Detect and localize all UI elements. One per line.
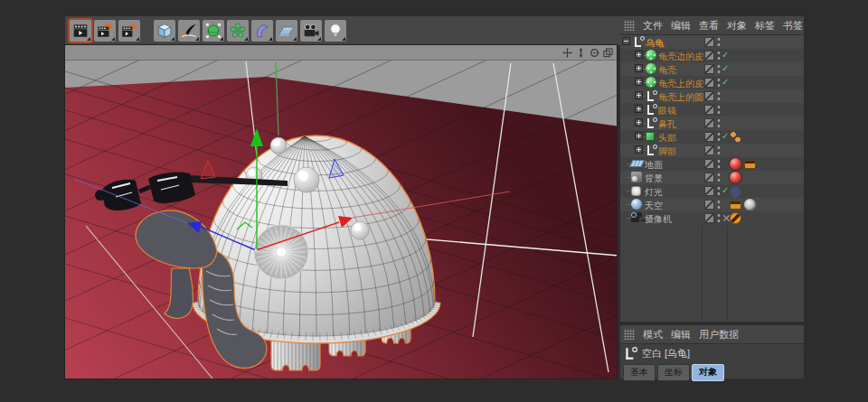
object-row-glasses[interactable]: 眼镜 — [620, 103, 804, 117]
object-row-shell[interactable]: 龟壳✓ — [620, 62, 804, 76]
expander-icon[interactable] — [635, 118, 643, 126]
panel-grip-icon[interactable] — [624, 329, 635, 340]
object-row-sky[interactable]: 天空 — [620, 198, 804, 211]
expander-icon[interactable] — [635, 78, 643, 86]
render-settings-button[interactable] — [118, 20, 140, 42]
panel-grip-icon[interactable] — [624, 20, 635, 31]
visibility-dots-icon[interactable] — [717, 186, 721, 196]
attribute-manager-menu-item[interactable]: 编辑 — [671, 328, 691, 341]
object-row-nostrils[interactable]: 鼻孔 — [620, 117, 804, 130]
compositing-tag-icon[interactable] — [730, 201, 741, 210]
enable-toggle-icon[interactable] — [704, 132, 714, 142]
visibility-dots-icon[interactable] — [717, 78, 721, 88]
enabled-check-icon[interactable]: ✓ — [722, 63, 729, 73]
visibility-dots-icon[interactable] — [717, 173, 721, 182]
enable-toggle-icon[interactable] — [704, 145, 714, 155]
dolly-icon[interactable] — [575, 47, 586, 58]
object-row-head[interactable]: 头部✓ — [620, 130, 804, 144]
enable-toggle-icon[interactable] — [704, 51, 714, 61]
visibility-dots-icon[interactable] — [717, 200, 721, 210]
expander-icon[interactable] — [635, 132, 643, 140]
compositing-tag-icon[interactable] — [744, 160, 756, 169]
object-manager-menu-item[interactable]: 对象 — [727, 19, 747, 33]
expander-icon[interactable] — [635, 64, 643, 72]
visibility-dots-icon[interactable] — [717, 145, 721, 155]
render-view-button[interactable] — [70, 20, 91, 42]
object-label[interactable]: 灯光 — [645, 186, 663, 199]
tab-坐标[interactable]: 坐标 — [657, 364, 690, 381]
object-row-background[interactable]: 背景 — [620, 171, 804, 184]
visibility-dots-icon[interactable] — [717, 132, 721, 142]
material-red-tag-icon[interactable] — [730, 172, 741, 183]
object-label[interactable]: 乌龟 — [646, 37, 664, 50]
object-row-shell-top-belt[interactable]: 龟壳上的皮带✓ — [620, 76, 804, 89]
visibility-dots-icon[interactable] — [717, 159, 721, 169]
subdivision-surface-button[interactable] — [203, 20, 224, 42]
object-row-camera[interactable]: 摄像机 — [620, 211, 804, 225]
visibility-dots-icon[interactable] — [717, 64, 721, 74]
visibility-dots-icon[interactable] — [717, 37, 721, 47]
enable-toggle-icon[interactable] — [704, 37, 714, 47]
array-modeling-button[interactable] — [227, 20, 249, 42]
enable-toggle-icon[interactable] — [704, 105, 714, 115]
object-label[interactable]: 背景 — [645, 173, 663, 185]
enable-toggle-icon[interactable] — [704, 91, 714, 101]
object-row-light[interactable]: 灯光✓◎ — [620, 184, 804, 198]
object-row-shell-cylinders[interactable]: 龟壳上的圆柱 — [620, 89, 804, 103]
object-manager-menu-item[interactable]: 编辑 — [671, 19, 691, 33]
object-row-turtle[interactable]: 乌龟 — [620, 35, 804, 49]
protection-tag-icon[interactable] — [730, 212, 741, 224]
enable-toggle-icon[interactable] — [704, 64, 714, 74]
object-label[interactable]: 地面 — [645, 159, 663, 172]
object-row-ground[interactable]: 地面 — [620, 157, 804, 171]
enable-toggle-icon[interactable] — [704, 173, 714, 182]
enabled-check-icon[interactable]: ✓ — [722, 185, 729, 195]
material-red-tag-icon[interactable] — [730, 158, 741, 170]
maximize-icon[interactable] — [602, 47, 613, 58]
pan-icon[interactable] — [561, 47, 572, 58]
visibility-dots-icon[interactable] — [717, 91, 721, 101]
visibility-dots-icon[interactable] — [717, 105, 721, 115]
tab-对象[interactable]: 对象 — [692, 364, 724, 381]
enable-toggle-icon[interactable] — [704, 159, 714, 169]
spline-pen-button[interactable] — [178, 20, 200, 42]
object-manager-menu-item[interactable]: 文件 — [643, 19, 663, 33]
expander-icon[interactable] — [635, 51, 643, 59]
floor-environment-button[interactable] — [276, 20, 297, 42]
viewport-canvas[interactable] — [65, 45, 617, 379]
object-label[interactable]: 鼻孔 — [658, 118, 676, 131]
enable-toggle-icon[interactable] — [704, 78, 714, 88]
object-manager-menu-item[interactable]: 标签 — [755, 19, 775, 33]
enable-toggle-icon[interactable] — [704, 186, 714, 196]
expander-icon[interactable] — [622, 37, 630, 45]
visibility-dots-icon[interactable] — [717, 51, 721, 61]
enable-toggle-icon[interactable] — [704, 118, 714, 128]
orange-dots-tag-icon[interactable] — [730, 131, 741, 143]
target-tag-icon[interactable]: ◎ — [730, 185, 741, 197]
texture-tag-icon[interactable] — [744, 199, 756, 210]
object-label[interactable]: 头部 — [658, 132, 676, 145]
object-row-feet[interactable]: 脚部 — [620, 144, 804, 157]
object-label[interactable]: 天空 — [645, 200, 663, 212]
object-label[interactable]: 摄像机 — [645, 213, 672, 226]
object-manager-menu-item[interactable]: 查看 — [699, 19, 719, 33]
expander-icon[interactable] — [635, 91, 643, 99]
expander-icon[interactable] — [635, 145, 643, 154]
bend-deformer-button[interactable] — [251, 20, 273, 42]
object-label[interactable]: 眼镜 — [658, 105, 676, 117]
visibility-dots-icon[interactable] — [717, 118, 721, 128]
object-row-shell-edge-belt[interactable]: 龟壳边的皮带✓ — [620, 49, 804, 62]
enabled-check-icon[interactable]: ✓ — [722, 131, 729, 141]
viewport-3d[interactable] — [65, 45, 617, 379]
light-button[interactable] — [325, 20, 346, 42]
tab-基本[interactable]: 基本 — [623, 364, 656, 381]
enable-toggle-icon[interactable] — [704, 213, 714, 223]
render-picture-viewer-button[interactable] — [94, 20, 116, 42]
attribute-manager-menu-item[interactable]: 用户数据 — [699, 328, 739, 341]
enabled-check-icon[interactable]: ✓ — [722, 77, 729, 87]
attribute-manager-menu-item[interactable]: 模式 — [643, 328, 663, 341]
object-manager-menu-item[interactable]: 书签 — [783, 19, 803, 33]
add-cube-button[interactable] — [154, 20, 175, 42]
rotate-icon[interactable] — [589, 47, 599, 58]
enabled-check-icon[interactable]: ✓ — [722, 50, 729, 60]
